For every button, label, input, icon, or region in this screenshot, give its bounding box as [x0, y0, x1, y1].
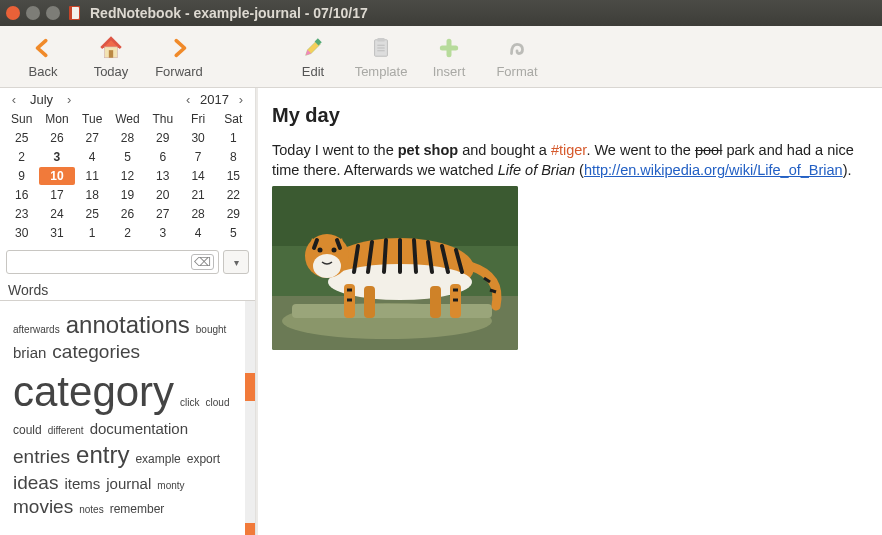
calendar-day[interactable]: 14: [180, 167, 215, 185]
scrollbar[interactable]: [245, 301, 255, 535]
calendar-day[interactable]: 9: [4, 167, 39, 185]
calendar-year: 2017: [196, 92, 233, 107]
prev-month-button[interactable]: ‹: [6, 92, 22, 107]
wordcloud-word[interactable]: entry: [76, 439, 129, 470]
wordcloud-word[interactable]: example: [135, 452, 180, 468]
edit-button[interactable]: Edit: [282, 30, 344, 84]
calendar-day[interactable]: 26: [110, 205, 145, 223]
calendar-day[interactable]: 26: [39, 129, 74, 147]
calendar-day[interactable]: 4: [75, 148, 110, 166]
sidebar: ‹ July › ‹ 2017 › SunMonTueWedThuFriSat2…: [0, 88, 256, 535]
wordcloud-word[interactable]: cloud: [206, 396, 230, 409]
template-button[interactable]: Template: [350, 30, 412, 84]
scrollbar-thumb[interactable]: [245, 373, 255, 401]
calendar-day[interactable]: 8: [216, 148, 251, 166]
wordcloud-word[interactable]: items: [64, 474, 100, 494]
close-icon[interactable]: [6, 6, 20, 20]
today-button[interactable]: Today: [80, 30, 142, 84]
calendar-day[interactable]: 1: [75, 224, 110, 242]
wordcloud-word[interactable]: annotations: [66, 309, 190, 340]
calendar-day[interactable]: 29: [216, 205, 251, 223]
calendar-nav: ‹ July › ‹ 2017 ›: [0, 88, 255, 110]
calendar-day[interactable]: 23: [4, 205, 39, 223]
wordcloud-word[interactable]: categories: [52, 340, 140, 365]
svg-point-19: [313, 254, 341, 278]
wordcloud-word[interactable]: category: [13, 365, 174, 420]
calendar-day[interactable]: 18: [75, 186, 110, 204]
wordcloud-word[interactable]: entries: [13, 445, 70, 470]
minimize-icon[interactable]: [26, 6, 40, 20]
calendar-day[interactable]: 25: [4, 129, 39, 147]
wordcloud-word[interactable]: afterwards: [13, 323, 60, 336]
calendar-day[interactable]: 4: [180, 224, 215, 242]
calendar-day[interactable]: 24: [39, 205, 74, 223]
calendar-month: July: [22, 92, 61, 107]
calendar-day[interactable]: 11: [75, 167, 110, 185]
calendar-day[interactable]: 6: [145, 148, 180, 166]
wordcloud-word[interactable]: export: [187, 452, 220, 468]
calendar-day[interactable]: 2: [4, 148, 39, 166]
wordcloud-word[interactable]: ideas: [13, 471, 58, 496]
wordcloud-word[interactable]: remember: [110, 502, 165, 518]
svg-rect-26: [430, 286, 441, 318]
calendar-day[interactable]: 12: [110, 167, 145, 185]
svg-rect-25: [364, 286, 375, 318]
svg-rect-15: [292, 304, 492, 318]
clear-search-icon[interactable]: ⌫: [191, 254, 214, 270]
hashtag[interactable]: #tiger: [551, 142, 586, 158]
calendar-grid: SunMonTueWedThuFriSat2526272829301234567…: [0, 110, 255, 246]
forward-button[interactable]: Forward: [148, 30, 210, 84]
calendar-day[interactable]: 31: [39, 224, 74, 242]
wiki-link[interactable]: http://en.wikipedia.org/wiki/Life_of_Bri…: [584, 162, 843, 178]
calendar-day[interactable]: 30: [180, 129, 215, 147]
calendar-dow: Mon: [39, 110, 74, 128]
calendar-day[interactable]: 28: [110, 129, 145, 147]
calendar-day[interactable]: 1: [216, 129, 251, 147]
prev-year-button[interactable]: ‹: [180, 92, 196, 107]
search-dropdown[interactable]: ▾: [223, 250, 249, 274]
wordcloud-word[interactable]: movies: [13, 495, 73, 520]
wordcloud-word[interactable]: notes: [79, 503, 103, 516]
calendar-day[interactable]: 27: [145, 205, 180, 223]
calendar-day[interactable]: 13: [145, 167, 180, 185]
next-month-button[interactable]: ›: [61, 92, 77, 107]
maximize-icon[interactable]: [46, 6, 60, 20]
editor-pane: My day Today I went to the pet shop and …: [256, 88, 882, 535]
wordcloud-word[interactable]: documentation: [90, 419, 188, 439]
calendar-day[interactable]: 5: [110, 148, 145, 166]
wordcloud-word[interactable]: journal: [106, 474, 151, 494]
calendar-day[interactable]: 2: [110, 224, 145, 242]
next-year-button[interactable]: ›: [233, 92, 249, 107]
calendar-day[interactable]: 17: [39, 186, 74, 204]
format-button[interactable]: Format: [486, 30, 548, 84]
calendar-day[interactable]: 27: [75, 129, 110, 147]
calendar-day[interactable]: 20: [145, 186, 180, 204]
svg-rect-4: [109, 50, 113, 58]
wordcloud-word[interactable]: brian: [13, 343, 46, 363]
svg-line-36: [314, 240, 317, 248]
calendar-day[interactable]: 30: [4, 224, 39, 242]
calendar-dow: Thu: [145, 110, 180, 128]
calendar-day[interactable]: 3: [145, 224, 180, 242]
wordcloud-word[interactable]: monty: [157, 479, 184, 492]
calendar-day[interactable]: 7: [180, 148, 215, 166]
calendar-day[interactable]: 21: [180, 186, 215, 204]
back-button[interactable]: Back: [12, 30, 74, 84]
calendar-day[interactable]: 5: [216, 224, 251, 242]
calendar-day[interactable]: 19: [110, 186, 145, 204]
insert-button[interactable]: Insert: [418, 30, 480, 84]
calendar-day[interactable]: 25: [75, 205, 110, 223]
calendar-day[interactable]: 28: [180, 205, 215, 223]
wordcloud-word[interactable]: different: [48, 424, 84, 437]
search-input[interactable]: ⌫: [6, 250, 219, 274]
calendar-day[interactable]: 3: [39, 148, 74, 166]
wordcloud-word[interactable]: click: [180, 396, 199, 409]
calendar-day[interactable]: 15: [216, 167, 251, 185]
calendar-day[interactable]: 16: [4, 186, 39, 204]
wordcloud-word[interactable]: could: [13, 423, 42, 439]
calendar-dow: Tue: [75, 110, 110, 128]
calendar-day[interactable]: 29: [145, 129, 180, 147]
calendar-day[interactable]: 10: [39, 167, 74, 185]
wordcloud-word[interactable]: bought: [196, 323, 227, 336]
calendar-day[interactable]: 22: [216, 186, 251, 204]
